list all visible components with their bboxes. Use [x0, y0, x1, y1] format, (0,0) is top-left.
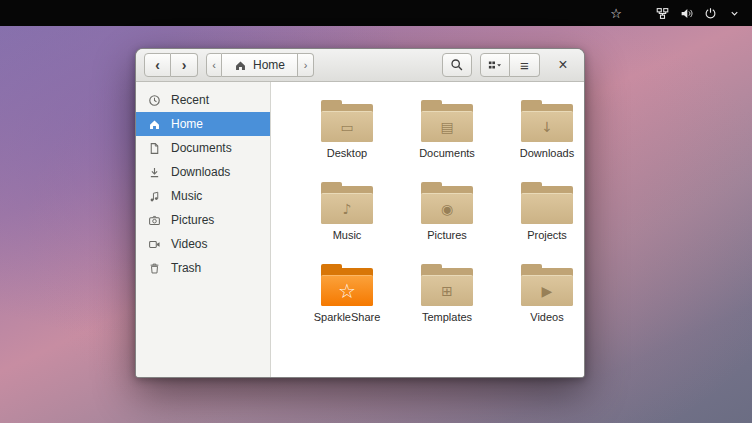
path-scroll-right-button[interactable]: › — [298, 53, 314, 77]
sidebar: Recent Home Documents Downloads — [136, 82, 271, 377]
file-label: Music — [333, 229, 362, 241]
file-label: Documents — [419, 147, 475, 159]
star-emblem-icon: ☆ — [338, 281, 356, 301]
file-item-projects[interactable]: Projects — [497, 178, 585, 260]
volume-icon[interactable] — [676, 3, 696, 23]
folder-icon: ↓ — [521, 100, 573, 142]
forward-button[interactable]: › — [171, 53, 198, 77]
folder-icon: ◉ — [421, 182, 473, 224]
videos-emblem-icon: ▶ — [542, 284, 553, 298]
sidebar-item-label: Recent — [171, 93, 209, 107]
sidebar-item-label: Trash — [171, 261, 201, 275]
music-note-icon — [147, 189, 162, 204]
system-status-area[interactable] — [652, 3, 744, 23]
trash-icon — [147, 261, 162, 276]
file-item-videos[interactable]: ▶ Videos — [497, 260, 585, 342]
icon-grid: ▭ Desktop ▤ Documents ↓ Dow — [297, 96, 585, 342]
menu-button[interactable]: ≡ — [510, 53, 540, 77]
documents-emblem-icon: ▤ — [440, 120, 453, 134]
star-icon[interactable]: ☆ — [610, 6, 622, 21]
file-item-documents[interactable]: ▤ Documents — [397, 96, 497, 178]
clock-icon — [147, 93, 162, 108]
folder-icon: ♪ — [321, 182, 373, 224]
file-label: Pictures — [427, 229, 467, 241]
templates-emblem-icon: ⊞ — [441, 284, 453, 298]
document-icon — [147, 141, 162, 156]
hamburger-icon: ≡ — [520, 57, 529, 74]
location-label: Home — [253, 58, 285, 72]
file-manager-window: ‹ › ‹ Home › ≡ × — [135, 48, 585, 378]
sidebar-item-music[interactable]: Music — [136, 184, 270, 208]
file-label: Downloads — [520, 147, 574, 159]
file-label: Videos — [530, 311, 563, 323]
sidebar-item-videos[interactable]: Videos — [136, 232, 270, 256]
sidebar-item-label: Downloads — [171, 165, 230, 179]
desktop-emblem-icon: ▭ — [340, 120, 353, 134]
file-label: Desktop — [327, 147, 367, 159]
folder-icon: ▭ — [321, 100, 373, 142]
headerbar: ‹ › ‹ Home › ≡ × — [136, 49, 584, 82]
sidebar-item-pictures[interactable]: Pictures — [136, 208, 270, 232]
download-icon — [147, 165, 162, 180]
sidebar-item-trash[interactable]: Trash — [136, 256, 270, 280]
file-view: ▭ Desktop ▤ Documents ↓ Dow — [271, 82, 585, 377]
file-label: Templates — [422, 311, 472, 323]
home-icon — [234, 59, 247, 72]
close-button[interactable]: × — [550, 52, 576, 78]
sidebar-item-label: Pictures — [171, 213, 214, 227]
view-and-menu-buttons: ≡ — [480, 53, 540, 77]
downloads-emblem-icon: ↓ — [541, 120, 553, 134]
folder-icon: ▶ — [521, 264, 573, 306]
sidebar-item-label: Home — [171, 117, 203, 131]
pictures-emblem-icon: ◉ — [441, 202, 453, 216]
location-button[interactable]: Home — [222, 53, 298, 77]
folder-icon: ⊞ — [421, 264, 473, 306]
chevron-down-icon[interactable] — [724, 3, 744, 23]
camera-icon — [147, 213, 162, 228]
path-scroll-left-button[interactable]: ‹ — [206, 53, 222, 77]
window-body: Recent Home Documents Downloads — [136, 82, 584, 377]
gnome-top-bar: ☆ — [0, 0, 752, 26]
file-item-pictures[interactable]: ◉ Pictures — [397, 178, 497, 260]
sidebar-item-label: Music — [171, 189, 202, 203]
sidebar-item-label: Documents — [171, 141, 232, 155]
folder-icon: ▤ — [421, 100, 473, 142]
file-item-sparkleshare[interactable]: ☆ SparkleShare — [297, 260, 397, 342]
sidebar-item-label: Videos — [171, 237, 207, 251]
music-emblem-icon: ♪ — [343, 202, 352, 216]
file-item-music[interactable]: ♪ Music — [297, 178, 397, 260]
file-label: Projects — [527, 229, 567, 241]
view-options-button[interactable] — [480, 53, 510, 77]
file-item-templates[interactable]: ⊞ Templates — [397, 260, 497, 342]
sidebar-item-recent[interactable]: Recent — [136, 88, 270, 112]
sidebar-item-home[interactable]: Home — [136, 112, 270, 136]
history-buttons: ‹ › — [144, 53, 198, 77]
home-icon — [147, 117, 162, 132]
power-icon[interactable] — [700, 3, 720, 23]
back-button[interactable]: ‹ — [144, 53, 171, 77]
network-icon[interactable] — [652, 3, 672, 23]
sidebar-item-documents[interactable]: Documents — [136, 136, 270, 160]
path-bar: ‹ Home › — [206, 53, 314, 77]
file-item-downloads[interactable]: ↓ Downloads — [497, 96, 585, 178]
folder-icon — [521, 182, 573, 224]
video-icon — [147, 237, 162, 252]
search-button[interactable] — [442, 53, 472, 77]
file-item-desktop[interactable]: ▭ Desktop — [297, 96, 397, 178]
desktop: { "topbar": { "icons": ["star", "network… — [0, 0, 752, 423]
sparkleshare-folder-icon: ☆ — [321, 264, 373, 306]
file-label: SparkleShare — [314, 311, 381, 323]
sidebar-item-downloads[interactable]: Downloads — [136, 160, 270, 184]
